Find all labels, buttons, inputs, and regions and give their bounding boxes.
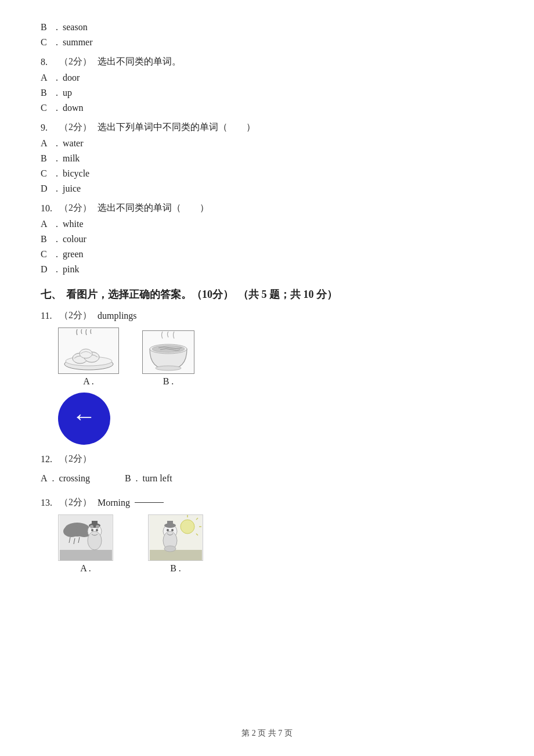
option-text: summer xyxy=(63,37,93,48)
svg-point-37 xyxy=(164,546,176,552)
q13-option-a-label: A . xyxy=(80,563,91,574)
question-score: （2分） xyxy=(59,121,92,134)
question-number: 11. xyxy=(41,311,53,321)
question-prompt: 选出不同类的单词。 xyxy=(98,56,181,68)
option-dot: . xyxy=(56,153,58,164)
section-title: 看图片，选择正确的答案。（10分） xyxy=(66,287,233,301)
nav-icon-container: → xyxy=(58,393,493,445)
question-10: 10. （2分） 选出不同类的单词（ ） xyxy=(41,202,493,214)
option-letter: C xyxy=(41,103,51,113)
option-7c: C . summer xyxy=(41,37,493,48)
q13-image-b xyxy=(148,514,203,561)
option-text: white xyxy=(63,219,84,229)
option-dot: . xyxy=(56,37,58,48)
option-text: green xyxy=(63,249,84,260)
option-text: pink xyxy=(63,264,79,275)
option-dot: . xyxy=(56,88,58,98)
q12-options-row: A . crossing B . turn left xyxy=(41,469,493,488)
option-dot: . xyxy=(56,234,58,244)
q13-option-b-box: B . xyxy=(148,514,203,574)
q13-image-a xyxy=(58,514,113,561)
section-subtitle: （共 5 题；共 10 分） xyxy=(238,287,337,301)
footer-text: 第 2 页 共 7 页 xyxy=(241,729,293,737)
option-letter: D xyxy=(41,264,51,275)
question-prompt: 选出下列单词中不同类的单词（ ） xyxy=(98,121,255,134)
option-7b: B . season xyxy=(41,22,493,33)
option-9c: C . bicycle xyxy=(41,168,493,179)
svg-point-22 xyxy=(90,525,93,528)
option-8c: C . down xyxy=(41,103,493,113)
q11-images-row: A . B . xyxy=(58,327,493,387)
section-7-header: 七、 看图片，选择正确的答案。（10分） （共 5 题；共 10 分） xyxy=(41,287,493,301)
section-number: 七、 xyxy=(41,287,62,301)
turn-left-icon: → xyxy=(72,405,96,433)
q11-option-a-label: A . xyxy=(83,376,94,387)
question-11: 11. （2分） dumplings xyxy=(41,309,493,322)
q11-image-b xyxy=(142,330,194,374)
svg-point-4 xyxy=(80,349,92,358)
option-10a: A . white xyxy=(41,219,493,229)
svg-point-23 xyxy=(96,525,99,528)
option-dot: . xyxy=(56,138,58,149)
q11-option-b-label: B . xyxy=(163,376,174,387)
option-text: door xyxy=(63,73,80,83)
q11-option-a-box: A . xyxy=(58,327,119,387)
svg-point-35 xyxy=(167,529,169,531)
option-8a: A . door xyxy=(41,73,493,83)
question-score: （2分） xyxy=(59,496,92,509)
question-number: 9. xyxy=(41,123,53,133)
option-text: bicycle xyxy=(63,168,89,179)
svg-point-25 xyxy=(181,520,194,534)
option-text: down xyxy=(63,103,84,113)
svg-rect-15 xyxy=(60,550,112,560)
option-text: season xyxy=(63,22,88,33)
option-text: crossing xyxy=(59,473,90,484)
q11-image-a xyxy=(58,327,119,374)
question-text: dumplings xyxy=(98,311,137,321)
option-dot: . xyxy=(56,22,58,33)
option-label: B xyxy=(125,473,131,484)
question-number: 12. xyxy=(41,454,53,465)
option-9b: B . milk xyxy=(41,153,493,164)
option-letter: C xyxy=(41,249,51,260)
q11-option-b-box: B . xyxy=(142,330,194,387)
option-dot: . xyxy=(56,219,58,229)
option-letter: C xyxy=(41,168,51,179)
question-score: （2分） xyxy=(59,202,92,214)
option-letter: B xyxy=(41,88,51,98)
question-13: 13. （2分） Morning xyxy=(41,496,493,509)
option-dot: . xyxy=(56,183,58,194)
option-letter: D xyxy=(41,183,51,194)
svg-point-17 xyxy=(88,531,102,550)
option-text: water xyxy=(63,138,84,149)
question-number: 8. xyxy=(41,57,53,67)
svg-point-36 xyxy=(171,529,174,531)
q13-option-a-box: A . xyxy=(58,514,113,574)
option-letter: B xyxy=(41,22,51,33)
option-text: juice xyxy=(63,183,81,194)
option-12a: A . crossing xyxy=(41,473,90,484)
option-text: milk xyxy=(63,153,80,164)
svg-point-21 xyxy=(96,529,98,531)
question-8: 8. （2分） 选出不同类的单词。 xyxy=(41,56,493,68)
blank-line xyxy=(135,502,164,503)
question-number: 10. xyxy=(41,203,53,214)
page-footer: 第 2 页 共 7 页 xyxy=(0,728,534,739)
option-label: A xyxy=(41,473,48,484)
q13-images-row: A . xyxy=(58,514,493,574)
option-8b: B . up xyxy=(41,88,493,98)
option-letter: C xyxy=(41,37,51,48)
option-text: colour xyxy=(63,234,86,244)
option-letter: A xyxy=(41,73,51,83)
option-9d: D . juice xyxy=(41,183,493,194)
option-text: up xyxy=(63,88,72,98)
option-letter: B xyxy=(41,153,51,164)
q13-option-b-label: B . xyxy=(170,563,181,574)
question-12: 12. （2分） xyxy=(41,453,493,465)
option-10b: B . colour xyxy=(41,234,493,244)
option-dot: . xyxy=(56,103,58,113)
question-score: （2分） xyxy=(59,56,92,68)
svg-rect-30 xyxy=(150,550,202,560)
option-12b: B . turn left xyxy=(125,473,172,484)
svg-point-7 xyxy=(156,366,181,370)
